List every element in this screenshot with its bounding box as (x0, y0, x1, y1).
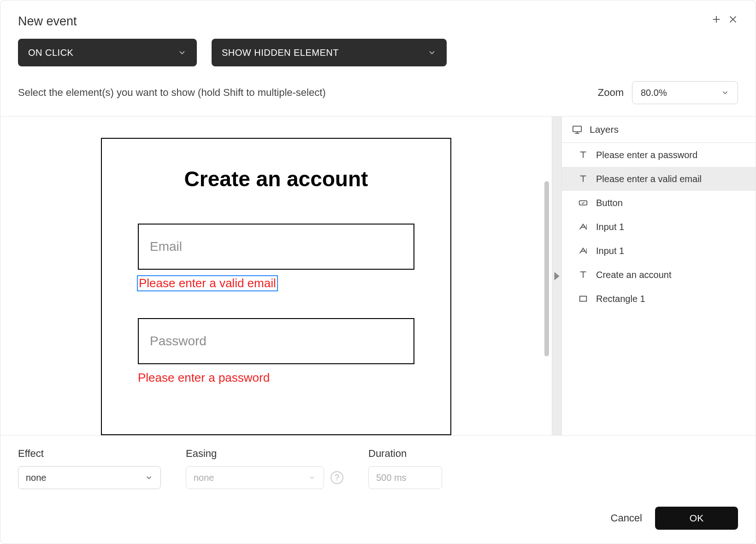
trigger-select[interactable]: ON CLICK (18, 39, 197, 66)
dialog-header: New event (0, 0, 756, 37)
layer-item-label: Please enter a password (596, 150, 697, 160)
layers-header: Layers (562, 117, 756, 143)
layer-item[interactable]: Button (562, 191, 756, 215)
zoom-value: 80.0% (641, 88, 667, 98)
password-placeholder: Password (150, 334, 207, 349)
canvas-scrollbar[interactable] (544, 135, 549, 417)
instruction-text: Select the element(s) you want to show (… (18, 87, 326, 99)
help-icon[interactable]: ? (331, 471, 343, 484)
svg-rect-18 (580, 296, 587, 302)
chevron-down-icon (308, 473, 316, 482)
layer-item[interactable]: Input 1 (562, 215, 756, 239)
input-icon (578, 245, 589, 256)
header-actions (711, 14, 738, 24)
layer-item[interactable]: Create an account (562, 263, 756, 287)
chevron-down-icon (721, 89, 729, 97)
action-select-value: SHOW HIDDEN ELEMENT (222, 47, 339, 58)
layer-item-label: Button (596, 198, 623, 208)
layer-item[interactable]: Input 1 (562, 239, 756, 263)
dialog-footer: Cancel OK (0, 495, 756, 544)
text-icon (578, 269, 589, 280)
input-icon (578, 221, 589, 232)
add-icon[interactable] (711, 14, 721, 24)
close-icon[interactable] (728, 14, 738, 24)
screen-icon (571, 124, 583, 135)
ok-button[interactable]: OK (655, 507, 738, 530)
chevron-down-icon (177, 48, 187, 57)
duration-input: 500 ms (368, 466, 442, 489)
text-icon (578, 173, 589, 184)
text-icon (578, 149, 589, 160)
password-field[interactable]: Password (138, 318, 414, 364)
layer-item-label: Please enter a valid email (596, 174, 702, 184)
event-config-row: ON CLICK SHOW HIDDEN ELEMENT (0, 37, 756, 76)
panel-divider[interactable] (552, 117, 562, 435)
easing-select: none (186, 466, 324, 489)
password-error-text[interactable]: Please enter a password (138, 371, 414, 385)
chevron-down-icon (145, 473, 153, 482)
animation-controls: Effect none Easing none ? Duration 500 m… (0, 436, 756, 495)
instruction-row: Select the element(s) you want to show (… (0, 76, 756, 116)
email-placeholder: Email (150, 239, 182, 254)
cancel-button[interactable]: Cancel (611, 512, 642, 524)
easing-label: Easing (186, 448, 343, 460)
layer-item-label: Input 1 (596, 222, 624, 232)
trigger-select-value: ON CLICK (28, 47, 73, 58)
layers-title: Layers (590, 124, 619, 135)
artboard-title: Create an account (116, 166, 437, 191)
layers-panel: Layers Please enter a passwordPlease ent… (562, 117, 756, 435)
layer-item[interactable]: Please enter a password (562, 143, 756, 167)
button-icon (578, 197, 589, 208)
effect-control: Effect none (18, 448, 161, 489)
artboard: Create an account Email Please enter a v… (101, 138, 451, 435)
layer-item[interactable]: Please enter a valid email (562, 167, 756, 191)
zoom-control: Zoom 80.0% (598, 81, 738, 104)
layer-item-label: Input 1 (596, 246, 624, 256)
layer-item-label: Create an account (596, 270, 671, 280)
easing-value: none (194, 473, 214, 483)
layers-list: Please enter a passwordPlease enter a va… (562, 143, 756, 435)
duration-label: Duration (368, 448, 442, 460)
email-error-wrap: Please enter a valid email (138, 276, 414, 290)
duration-value: 500 ms (376, 473, 407, 483)
easing-control: Easing none ? (186, 448, 343, 489)
email-field[interactable]: Email (138, 224, 414, 270)
main-area: Create an account Email Please enter a v… (0, 116, 756, 436)
zoom-select[interactable]: 80.0% (632, 81, 738, 104)
layer-item[interactable]: Rectangle 1 (562, 287, 756, 311)
canvas-pane[interactable]: Create an account Email Please enter a v… (0, 117, 552, 435)
effect-select[interactable]: none (18, 466, 161, 489)
svg-rect-4 (573, 126, 581, 132)
effect-value: none (26, 473, 47, 483)
layer-item-label: Rectangle 1 (596, 294, 645, 304)
action-select[interactable]: SHOW HIDDEN ELEMENT (212, 39, 447, 66)
new-event-dialog: New event ON CLICK SHOW HIDDEN ELEMENT S… (0, 0, 756, 544)
scrollbar-thumb[interactable] (544, 181, 549, 356)
collapse-handle-icon[interactable] (555, 272, 560, 280)
dialog-title: New event (18, 14, 77, 29)
email-error-text[interactable]: Please enter a valid email (138, 276, 277, 290)
effect-label: Effect (18, 448, 161, 460)
zoom-label: Zoom (598, 87, 624, 99)
rect-icon (578, 293, 589, 304)
chevron-down-icon (427, 48, 437, 57)
duration-control: Duration 500 ms (368, 448, 442, 489)
